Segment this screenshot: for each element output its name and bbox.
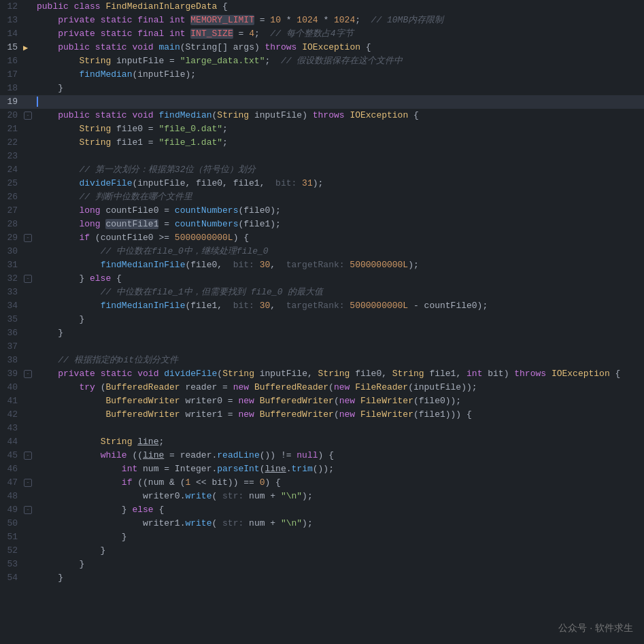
code-50: writer1.write( str: num + "\n");: [34, 517, 644, 530]
gutter-32: -: [22, 272, 34, 286]
ln-53: 53: [0, 558, 22, 571]
line-46: 46 int num = Integer.parseInt(line.trim(…: [0, 462, 644, 476]
gutter-46: [22, 462, 34, 476]
code-48: writer0.write( str: num + "\n");: [34, 490, 644, 503]
code-44: String line;: [34, 435, 644, 449]
ln-20: 20: [0, 109, 22, 122]
code-27: long countFile0 = countNumbers(file0);: [34, 204, 644, 218]
line-49: 49 - } else {: [0, 503, 644, 517]
gutter-42: [22, 408, 34, 422]
gutter-31: [22, 258, 34, 272]
ln-49: 49: [0, 503, 22, 517]
code-lines: 12 public class FindMedianInLargeData { …: [0, 0, 644, 644]
line-19: 19: [0, 95, 644, 109]
code-45: while ((line = reader.readLine()) != nul…: [34, 449, 644, 462]
code-19: [34, 95, 644, 109]
line-17: 17 findMedian(inputFile);: [0, 68, 644, 82]
gutter-28: [22, 218, 34, 231]
ln-31: 31: [0, 258, 22, 272]
line-31: 31 findMedianInFile(file0, bit: 30, targ…: [0, 258, 644, 272]
code-17: findMedian(inputFile);: [34, 68, 644, 82]
gutter-19: [22, 95, 34, 109]
gutter-22: [22, 136, 34, 150]
code-41: BufferedWriter writer0 = new BufferedWri…: [34, 394, 644, 408]
ln-46: 46: [0, 462, 22, 476]
fold-47[interactable]: -: [24, 479, 32, 487]
ln-22: 22: [0, 136, 22, 150]
ln-21: 21: [0, 122, 22, 136]
line-39: 39 - private static void divideFile(Stri…: [0, 367, 644, 381]
line-18: 18 }: [0, 82, 644, 95]
gutter-40: [22, 381, 34, 394]
gutter-48: [22, 490, 34, 503]
line-16: 16 String inputFile = "large_data.txt"; …: [0, 54, 644, 68]
code-24: // 第一次划分：根据第32位（符号位）划分: [34, 163, 644, 177]
ln-33: 33: [0, 286, 22, 299]
ln-45: 45: [0, 449, 22, 462]
ln-25: 25: [0, 177, 22, 190]
code-33: // 中位数在file_1中，但需要找到 file_0 的最大值: [34, 286, 644, 299]
line-32: 32 - } else {: [0, 272, 644, 286]
ln-13: 13: [0, 14, 22, 27]
ln-29: 29: [0, 231, 22, 245]
gutter-13: [22, 14, 34, 27]
ln-14: 14: [0, 27, 22, 41]
line-13: 13 private static final int MEMORY_LIMIT…: [0, 14, 644, 27]
ln-23: 23: [0, 150, 22, 163]
ln-39: 39: [0, 367, 22, 381]
code-13: private static final int MEMORY_LIMIT = …: [34, 14, 644, 27]
code-35: }: [34, 313, 644, 326]
line-53: 53 }: [0, 558, 644, 571]
ln-30: 30: [0, 245, 22, 258]
ln-38: 38: [0, 354, 22, 367]
gutter-26: [22, 190, 34, 204]
line-35: 35 }: [0, 313, 644, 326]
code-editor: 12 public class FindMedianInLargeData { …: [0, 0, 644, 644]
ln-40: 40: [0, 381, 22, 394]
fold-29[interactable]: -: [24, 234, 32, 242]
code-25: divideFile(inputFile, file0, file1, bit:…: [34, 177, 644, 190]
line-20: 20 - public static void findMedian(Strin…: [0, 109, 644, 122]
line-30: 30 // 中位数在file_0中，继续处理file_0: [0, 245, 644, 258]
exec-arrow-15: ▶: [23, 43, 28, 53]
line-14: 14 private static final int INT_SIZE = 4…: [0, 27, 644, 41]
code-42: BufferedWriter writer1 = new BufferedWri…: [34, 408, 644, 422]
gutter-35: [22, 313, 34, 326]
ln-52: 52: [0, 544, 22, 558]
code-43: [34, 422, 644, 435]
code-40: try (BufferedReader reader = new Buffere…: [34, 381, 644, 394]
code-22: String file1 = "file_1.dat";: [34, 136, 644, 150]
gutter-23: [22, 150, 34, 163]
gutter-16: [22, 54, 34, 68]
code-20: public static void findMedian(String inp…: [34, 109, 644, 122]
ln-43: 43: [0, 422, 22, 435]
ln-44: 44: [0, 435, 22, 449]
ln-24: 24: [0, 163, 22, 177]
code-30: // 中位数在file_0中，继续处理file_0: [34, 245, 644, 258]
ln-48: 48: [0, 490, 22, 503]
fold-39[interactable]: -: [24, 370, 32, 378]
code-16: String inputFile = "large_data.txt"; // …: [34, 54, 644, 68]
line-47: 47 - if ((num & (1 << bit)) == 0) {: [0, 476, 644, 490]
code-21: String file0 = "file_0.dat";: [34, 122, 644, 136]
gutter-49: -: [22, 503, 34, 517]
code-18: }: [34, 82, 644, 95]
code-23: [34, 150, 644, 163]
line-36: 36 }: [0, 326, 644, 340]
gutter-17: [22, 68, 34, 82]
line-38: 38 // 根据指定的bit位划分文件: [0, 354, 644, 367]
line-29: 29 - if (countFile0 >= 5000000000L) {: [0, 231, 644, 245]
line-48: 48 writer0.write( str: num + "\n");: [0, 490, 644, 503]
fold-32[interactable]: -: [24, 275, 32, 283]
gutter-24: [22, 163, 34, 177]
code-52: }: [34, 544, 644, 558]
gutter-41: [22, 394, 34, 408]
ln-16: 16: [0, 54, 22, 68]
fold-45[interactable]: -: [24, 452, 32, 460]
fold-49[interactable]: -: [24, 506, 32, 514]
code-51: }: [34, 530, 644, 544]
ln-34: 34: [0, 299, 22, 313]
gutter-45: -: [22, 449, 34, 462]
fold-20[interactable]: -: [24, 112, 32, 120]
line-42: 42 BufferedWriter writer1 = new Buffered…: [0, 408, 644, 422]
